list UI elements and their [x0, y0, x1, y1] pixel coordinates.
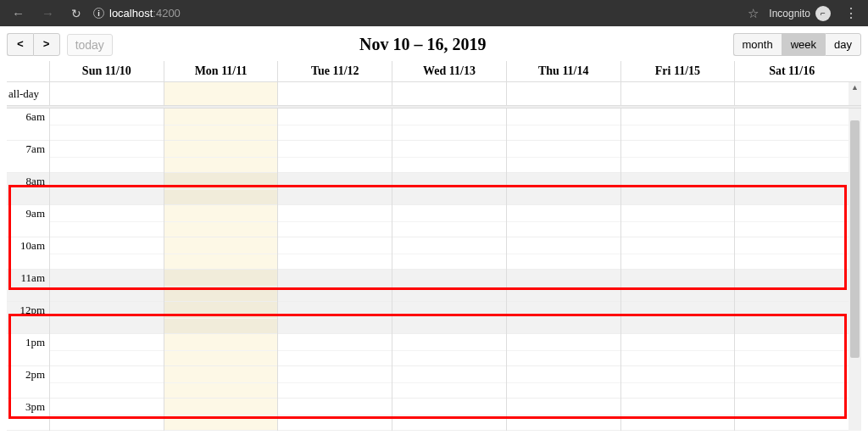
day-header[interactable]: Mon 11/11 [164, 61, 278, 81]
browser-menu-icon[interactable]: ⋮ [841, 5, 861, 21]
scrollbar[interactable] [849, 109, 861, 431]
url-bar[interactable]: i localhost:4200 [93, 7, 181, 20]
view-week-button[interactable]: week [782, 33, 825, 56]
reload-button[interactable]: ↻ [66, 7, 86, 20]
time-label: 10am [7, 237, 49, 253]
back-button[interactable]: ← [7, 6, 30, 20]
day-header[interactable]: Sat 11/16 [734, 61, 849, 81]
time-label: 1pm [7, 334, 49, 349]
time-label: 9am [7, 205, 49, 220]
today-button[interactable]: today [67, 34, 113, 56]
allday-label: all-day [7, 82, 49, 105]
url-host: localhost [109, 7, 153, 20]
time-label: 11am [7, 270, 49, 285]
scroll-gutter[interactable]: ▲ [849, 82, 861, 105]
time-gutter-header [7, 61, 49, 81]
scroll-gutter-header [849, 61, 861, 81]
day-header[interactable]: Sun 11/10 [49, 61, 164, 81]
time-label: 8am [7, 173, 49, 188]
calendar: Sun 11/10Mon 11/11Tue 11/12Wed 11/13Thu … [7, 61, 861, 431]
calendar-header-row: Sun 11/10Mon 11/11Tue 11/12Wed 11/13Thu … [7, 61, 861, 82]
day-header[interactable]: Tue 11/12 [277, 61, 392, 81]
scroll-thumb[interactable] [850, 120, 860, 358]
forward-button[interactable]: → [36, 6, 59, 20]
allday-cell[interactable] [49, 82, 164, 105]
view-day-button[interactable]: day [825, 33, 861, 56]
day-column[interactable] [620, 109, 735, 431]
time-label: 3pm [7, 399, 49, 414]
info-icon: i [93, 8, 104, 19]
day-column[interactable] [49, 109, 164, 431]
scroll-up-arrow-icon[interactable]: ▲ [849, 81, 861, 93]
incognito-indicator: Incognito ⌐ [769, 6, 831, 21]
bookmark-star-icon[interactable]: ☆ [748, 6, 759, 21]
view-month-button[interactable]: month [733, 33, 782, 56]
browser-chrome: ← → ↻ i localhost:4200 ☆ Incognito ⌐ ⋮ [0, 0, 868, 26]
day-column[interactable] [734, 109, 849, 431]
incognito-label: Incognito [769, 8, 810, 20]
time-label: 6am [7, 109, 49, 124]
next-button[interactable]: > [33, 33, 60, 56]
day-header[interactable]: Thu 11/14 [506, 61, 620, 81]
prev-button[interactable]: < [7, 33, 33, 56]
day-column[interactable] [277, 109, 392, 431]
time-label: 12pm [7, 302, 49, 317]
allday-cell[interactable] [277, 82, 392, 105]
incognito-icon: ⌐ [815, 6, 831, 21]
allday-cell[interactable] [734, 82, 849, 105]
allday-cell[interactable] [164, 82, 278, 105]
url-port: :4200 [153, 7, 181, 20]
allday-cell[interactable] [506, 82, 620, 105]
allday-cell[interactable] [392, 82, 506, 105]
allday-cell[interactable] [620, 82, 735, 105]
calendar-body: 6am7am8am9am10am11am12pm1pm2pm3pm [7, 109, 861, 431]
day-column[interactable] [392, 109, 506, 431]
view-button-group: month week day [733, 33, 861, 56]
day-column[interactable] [506, 109, 620, 431]
nav-button-group: < > [7, 33, 60, 56]
time-label: 7am [7, 141, 49, 156]
calendar-toolbar: < > today Nov 10 – 16, 2019 month week d… [7, 30, 861, 61]
toolbar-title: Nov 10 – 16, 2019 [113, 35, 733, 54]
day-header[interactable]: Fri 11/15 [620, 61, 735, 81]
time-label: 2pm [7, 366, 49, 382]
time-gutter: 6am7am8am9am10am11am12pm1pm2pm3pm [7, 109, 49, 431]
allday-row: all-day ▲ [7, 82, 861, 106]
day-column[interactable] [164, 109, 278, 431]
day-header[interactable]: Wed 11/13 [392, 61, 506, 81]
